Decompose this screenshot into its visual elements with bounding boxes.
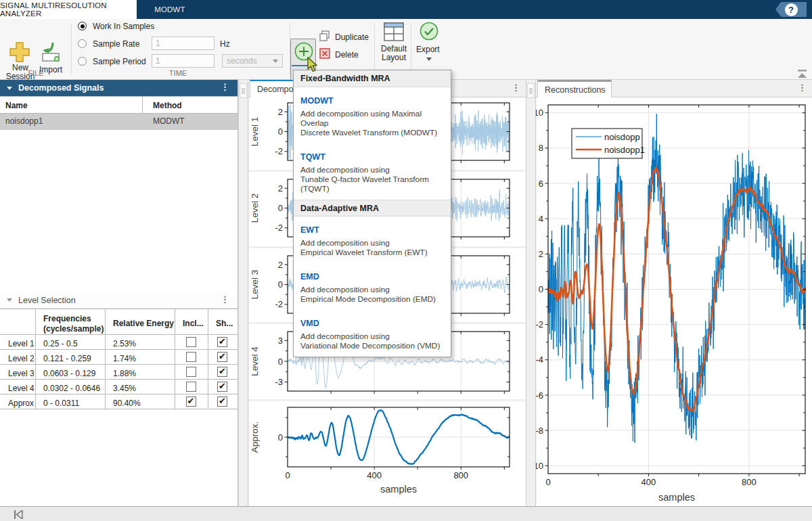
help-icon: ?: [785, 3, 798, 16]
menu-item-vmd[interactable]: VMD Add decomposition using Variational …: [294, 310, 451, 357]
svg-text:2: 2: [539, 249, 543, 259]
import-icon[interactable]: [39, 41, 64, 63]
svg-text:0: 0: [278, 432, 283, 443]
app-tab-bar: SIGNAL MULTIRESOLUTION ANALYZER MODWT ?: [0, 0, 812, 19]
row-label: Approx.: [3, 396, 34, 408]
svg-text:samples: samples: [380, 484, 417, 495]
svg-text:4: 4: [539, 214, 543, 224]
include-checkbox[interactable]: [186, 352, 196, 362]
export-button[interactable]: Export: [416, 45, 440, 54]
menu-group-data-adaptive: Data-Adaptive MRA: [294, 200, 451, 217]
collapse-panel-left-icon[interactable]: [14, 510, 24, 519]
duplicate-icon[interactable]: [319, 30, 331, 42]
kebab-menu-icon[interactable]: ⋮: [221, 82, 229, 92]
collapse-triangle-icon[interactable]: [7, 87, 12, 90]
svg-text:2: 2: [278, 107, 283, 117]
splitter-grip-icon[interactable]: [240, 83, 247, 98]
export-icon[interactable]: [420, 22, 438, 41]
splitter-grip-icon[interactable]: [527, 83, 535, 98]
col-header-show[interactable]: Sh...: [210, 316, 239, 328]
include-checkbox[interactable]: [186, 397, 196, 407]
sample-period-input[interactable]: 1: [152, 54, 215, 68]
col-header-frequencies[interactable]: Frequencies (cycles/sample): [38, 311, 106, 334]
svg-text:0: 0: [539, 284, 543, 294]
duplicate-button[interactable]: Duplicate: [335, 32, 369, 42]
default-layout-icon[interactable]: [383, 22, 405, 42]
svg-text:-2: -2: [275, 299, 283, 309]
kebab-menu-icon[interactable]: ⋮: [221, 294, 229, 304]
show-checkbox[interactable]: [217, 397, 227, 407]
menu-item-modwt[interactable]: MODWT Add decomposition using Maximal Ov…: [294, 87, 451, 143]
svg-text:-4: -4: [536, 355, 543, 365]
table-row-noisdopp1[interactable]: noisdopp1 MODWT: [0, 114, 238, 129]
svg-text:400: 400: [367, 470, 382, 480]
decomposed-signals-header[interactable]: Decomposed Signals ⋮: [0, 80, 238, 96]
status-bar: [0, 506, 812, 521]
svg-text:800: 800: [453, 470, 468, 480]
new-session-icon[interactable]: [9, 41, 32, 63]
relative-energy-value: 2.53%: [108, 336, 175, 348]
help-button[interactable]: ?: [775, 2, 807, 17]
work-in-samples-radio[interactable]: [78, 22, 87, 30]
sample-period-label: Sample Period: [93, 57, 146, 66]
sample-rate-radio[interactable]: [78, 39, 87, 48]
svg-text:0: 0: [278, 127, 283, 137]
show-checkbox[interactable]: [217, 337, 227, 347]
frequency-range-value: 0.25 - 0.5: [38, 336, 106, 348]
menu-item-tqwt[interactable]: TQWT Add decomposition using Tunable Q-f…: [294, 143, 451, 200]
include-checkbox[interactable]: [186, 337, 196, 347]
export-dropdown-arrow-icon[interactable]: [426, 58, 432, 61]
tab-signal-multiresolution-analyzer[interactable]: SIGNAL MULTIRESOLUTION ANALYZER: [0, 0, 137, 19]
chevron-down-icon: [273, 60, 278, 63]
col-header-name[interactable]: Name: [0, 98, 141, 110]
relative-energy-value: 1.88%: [108, 366, 175, 378]
collapse-ribbon-icon[interactable]: [798, 70, 807, 78]
col-header-include[interactable]: Incl...: [177, 316, 208, 328]
include-checkbox[interactable]: [186, 367, 196, 377]
svg-text:noisdopp: noisdopp: [604, 132, 640, 142]
kebab-menu-icon[interactable]: ⋮: [798, 83, 807, 93]
row-label: Level 2: [3, 351, 34, 363]
tab-reconstructions[interactable]: Reconstructions: [537, 80, 612, 97]
col-header-method[interactable]: Method: [148, 98, 235, 110]
svg-text:Approx.: Approx.: [250, 422, 260, 453]
frequency-range-value: 0 - 0.0311: [38, 396, 106, 408]
col-header-relative-energy[interactable]: Relative Energy: [108, 316, 175, 328]
svg-text:0: 0: [285, 470, 290, 480]
level-selection-title: Level Selection: [18, 296, 76, 305]
svg-text:-10: -10: [536, 461, 543, 471]
hz-unit-label: Hz: [220, 39, 230, 49]
menu-item-emd[interactable]: EMD Add decomposition using Empirical Mo…: [294, 263, 451, 310]
splitter-right[interactable]: [526, 80, 536, 521]
splitter-left[interactable]: [238, 80, 248, 521]
show-checkbox[interactable]: [217, 352, 227, 362]
ribbon-separator: [411, 23, 411, 74]
kebab-menu-icon[interactable]: ⋮: [512, 83, 520, 93]
sample-period-radio[interactable]: [78, 57, 87, 66]
level-selection-header[interactable]: Level Selection ⋮: [0, 292, 238, 309]
menu-item-ewt[interactable]: EWT Add decomposition using Empirical Wa…: [294, 217, 451, 263]
sample-rate-label: Sample Rate: [93, 39, 139, 49]
ribbon-separator: [71, 23, 72, 74]
seconds-dropdown[interactable]: seconds: [222, 54, 283, 68]
show-checkbox[interactable]: [217, 367, 227, 377]
collapse-triangle-icon[interactable]: [7, 298, 12, 302]
mouse-cursor: [306, 57, 321, 73]
svg-text:800: 800: [742, 477, 757, 487]
decomposed-signals-title: Decomposed Signals: [18, 83, 104, 93]
show-checkbox[interactable]: [217, 382, 227, 392]
frequency-range-value: 0.0302 - 0.0646: [38, 381, 106, 393]
svg-text:10: 10: [536, 108, 543, 118]
include-checkbox[interactable]: [186, 382, 196, 392]
reconstructions-plot[interactable]: -10-8-6-4-202468100400800samplesnoisdopp…: [536, 97, 812, 507]
delete-button[interactable]: Delete: [335, 50, 359, 60]
default-layout-button[interactable]: DefaultLayout: [378, 45, 410, 62]
svg-text:-2: -2: [275, 223, 283, 233]
work-in-samples-label: Work In Samples: [93, 22, 154, 31]
svg-text:6: 6: [539, 179, 543, 189]
svg-text:-2: -2: [536, 319, 543, 330]
sample-rate-input[interactable]: 1: [152, 37, 215, 50]
tab-modwt[interactable]: MODWT: [137, 0, 203, 19]
svg-text:-3: -3: [275, 377, 283, 387]
file-section-label: FILE: [14, 69, 58, 77]
